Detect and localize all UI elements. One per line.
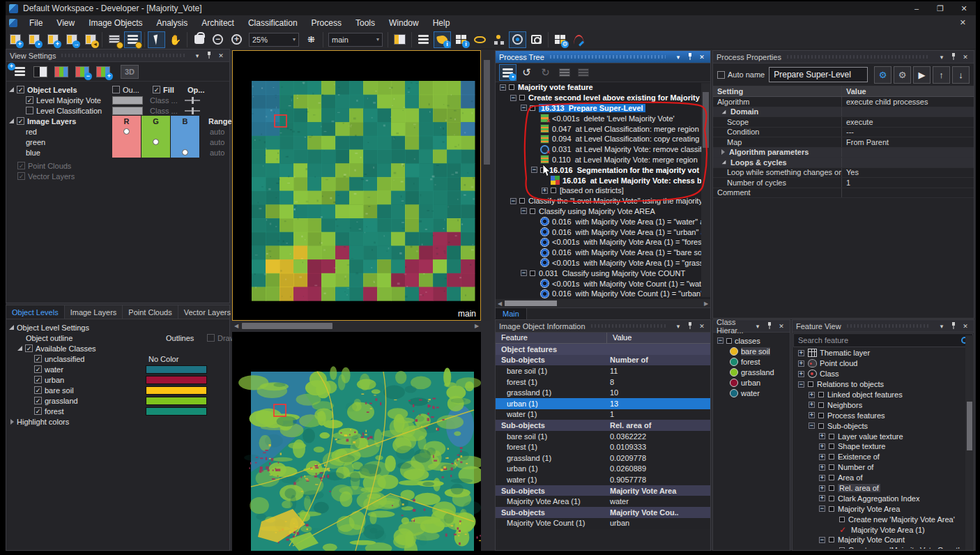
expander-icon[interactable]: − (521, 105, 527, 111)
view-list-icon[interactable] (415, 31, 432, 48)
map-view-main[interactable]: main (232, 50, 481, 321)
feature-view-row[interactable]: Create new 'Majority Vote Count' (793, 545, 974, 549)
object-levels-row[interactable]: ✓ Object Levels Ou... ✓Fill Op... (6, 84, 229, 95)
navigate-icon[interactable]: ⁜ (303, 31, 320, 48)
process-row[interactable]: −Classify using Majority Vote AREA (496, 206, 710, 217)
process-row[interactable]: −Majority vote feature (496, 82, 710, 93)
import-icon[interactable]: → (63, 31, 80, 48)
expander-icon[interactable]: + (819, 475, 825, 481)
tab-vector-layers[interactable]: Vector Layers (178, 305, 237, 319)
feature-row[interactable]: water (1)0.9057778 (496, 474, 710, 485)
curve-pen-icon[interactable] (570, 31, 588, 48)
expander-icon[interactable]: + (798, 360, 804, 367)
process-row[interactable]: +[based on districts] (496, 185, 710, 196)
rgb-view-icon[interactable] (52, 64, 70, 79)
feature-view-row[interactable]: +Area of (793, 473, 974, 483)
class-checkbox[interactable]: ✓ (34, 397, 42, 404)
property-row[interactable]: Number of cycles1 (713, 178, 974, 188)
zoom-out-icon[interactable]: − (209, 31, 227, 48)
class-hierarchy-row[interactable]: bare soil (713, 346, 790, 356)
image-layer-row[interactable]: redauto (6, 126, 229, 137)
close-button[interactable]: ✕ (952, 2, 976, 15)
classes-root-row[interactable]: − classes (713, 335, 790, 346)
level-row[interactable]: Level Classification Class ... (6, 105, 229, 116)
feature-row[interactable]: urban (1)13 (496, 398, 710, 409)
class-row[interactable]: ✓urban (6, 374, 229, 385)
channel-cell-R[interactable] (112, 137, 141, 147)
expander-icon[interactable]: + (819, 454, 825, 460)
expander-icon[interactable]: − (521, 270, 527, 276)
feature-row[interactable]: Sub-objectsRel. area of (496, 420, 710, 431)
menu-help[interactable]: Help (426, 18, 457, 28)
channel-cell-B[interactable] (171, 126, 200, 137)
feature-row[interactable]: Majority Vote Area (1)water (496, 496, 710, 507)
process-row[interactable]: <0.001swith Majority Vote Area (1) = "fo… (496, 237, 710, 248)
feature-view-row[interactable]: +Linked object features (793, 390, 974, 400)
property-row[interactable]: Scopeexecute (713, 117, 974, 128)
channel-cell-G[interactable] (141, 147, 171, 158)
feature-row[interactable]: water (1)1 (496, 409, 710, 420)
new-project-icon[interactable]: + (6, 31, 24, 48)
image-layer-row[interactable]: blueauto (6, 147, 229, 158)
menu-file[interactable]: File (22, 18, 49, 28)
available-classes-row[interactable]: ✓ Available Classes (6, 343, 229, 353)
process-row[interactable]: 0.110at Level Majority Vote: merge regio… (496, 155, 710, 165)
pin-icon[interactable] (949, 322, 958, 330)
expander-icon[interactable]: − (500, 84, 506, 91)
menu-image-objects[interactable]: Image Objects (82, 18, 149, 28)
class-row[interactable]: ✓water (6, 364, 229, 374)
view-zoom-square-icon[interactable] (528, 31, 545, 48)
close-icon[interactable]: ✕ (960, 54, 970, 61)
class-checkbox[interactable]: ✓ (34, 365, 42, 373)
process-row[interactable]: 16.016at Level Majority Vote: chess b (496, 175, 710, 185)
process-row[interactable]: −Create second level above existing for … (496, 93, 710, 103)
stack-icon[interactable] (556, 64, 573, 81)
grid-gear-icon[interactable]: ⚙ (551, 31, 569, 48)
class-checkbox[interactable]: ✓ (34, 355, 42, 363)
chevron-down-icon[interactable]: ▾ (937, 54, 947, 61)
process-row[interactable]: −16.313Prepare Super-Level (496, 103, 710, 114)
chevron-down-icon[interactable]: ▾ (937, 323, 947, 330)
process-row[interactable]: −Classify the "Level Majority Vote" usin… (496, 196, 710, 206)
restore-button[interactable]: ❐ (928, 2, 952, 15)
feature-view-row[interactable]: +Layer value texture (793, 431, 974, 441)
tab-object-levels[interactable]: Object Levels (6, 305, 65, 319)
undo-icon[interactable]: ↺ (518, 64, 535, 81)
expander-icon[interactable]: + (809, 412, 815, 418)
menu-architect[interactable]: Architect (194, 18, 241, 28)
chevron-down-icon[interactable]: ▾ (753, 323, 763, 330)
tab-point-clouds[interactable]: Point Clouds (123, 305, 178, 319)
expander-icon[interactable]: + (542, 188, 548, 194)
menu-process[interactable]: Process (305, 18, 349, 28)
expander-icon[interactable]: − (531, 167, 537, 173)
chevron-down-icon[interactable]: ▾ (673, 323, 683, 330)
view-eye-gear-icon[interactable] (509, 31, 526, 48)
expander-icon[interactable]: − (798, 381, 804, 388)
view-paint-info-icon[interactable]: i (434, 31, 451, 48)
class-row[interactable]: ✓forest (6, 406, 229, 416)
search-feature-input[interactable]: Search feature (793, 333, 973, 347)
stack2-icon[interactable] (574, 64, 592, 81)
channel-cell-R[interactable] (112, 126, 141, 137)
opacity-slider[interactable] (185, 107, 200, 114)
class-checkbox[interactable]: ✓ (34, 386, 42, 394)
image-layer-row[interactable]: greenauto (6, 137, 229, 147)
pin-icon[interactable] (204, 52, 214, 60)
feature-view-row[interactable]: +Existence of (793, 452, 974, 462)
process-row[interactable]: <0.001swith Majority Vote Count (1) = "w… (496, 278, 710, 289)
pin-icon[interactable] (685, 322, 695, 330)
menu-analysis[interactable]: Analysis (150, 18, 195, 28)
expander-icon[interactable]: + (819, 433, 825, 439)
process-tree-tab-main[interactable]: Main (496, 308, 527, 319)
tab-image-layers[interactable]: Image Layers (65, 305, 123, 319)
expander-icon[interactable] (721, 149, 725, 155)
save-process-icon[interactable]: ▪ (499, 64, 516, 81)
opacity-slider[interactable] (185, 97, 200, 104)
expander-icon[interactable]: − (819, 537, 825, 543)
minimize-button[interactable]: – (905, 2, 928, 15)
feature-view-row[interactable]: −Sub-objects (793, 420, 974, 431)
vertical-scrollbar[interactable] (482, 50, 491, 321)
feature-row[interactable]: Sub-objectsNumber of (496, 355, 710, 366)
property-row[interactable]: MapFrom Parent (713, 137, 974, 148)
highlight-colors-row[interactable]: Highlight colors (6, 416, 229, 427)
